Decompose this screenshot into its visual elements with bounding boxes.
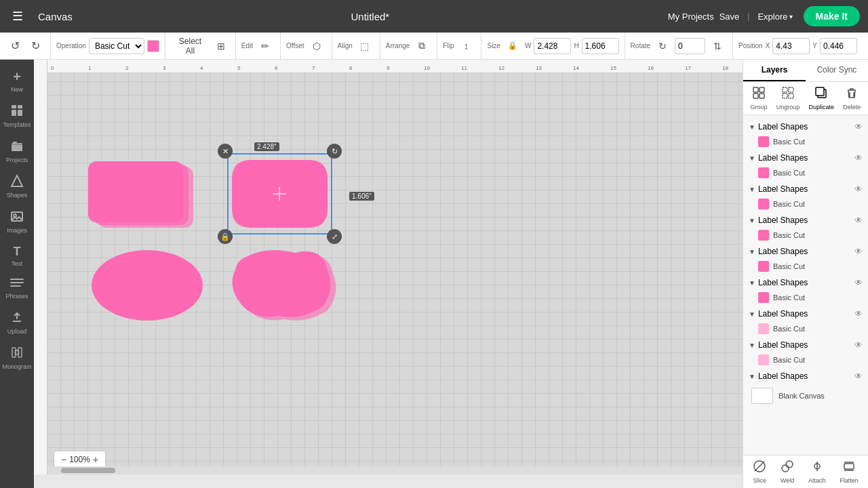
- layer-swatch-7: [758, 323, 769, 334]
- attach-button[interactable]: Attach: [808, 460, 826, 484]
- scale-handle[interactable]: ⤢: [327, 229, 342, 244]
- layer-item-6[interactable]: Basic Cut: [746, 290, 865, 305]
- rotate-input[interactable]: [675, 38, 705, 54]
- sidebar-item-label-images: Images: [7, 227, 27, 234]
- eye-icon-6[interactable]: 👁: [854, 278, 863, 287]
- my-projects-button[interactable]: My Projects: [668, 12, 714, 22]
- layer-header-8[interactable]: ▼ Label Shapes 👁: [746, 338, 865, 352]
- rotate-stepper-icon[interactable]: ⇅: [708, 37, 727, 56]
- rotate-handle[interactable]: ↻: [327, 144, 342, 159]
- sidebar-item-text[interactable]: T Text: [2, 241, 32, 271]
- edit-pencil-icon[interactable]: ✏: [256, 37, 275, 56]
- layer-header-5[interactable]: ▼ Label Shapes 👁: [746, 244, 865, 259]
- zoom-in-button[interactable]: +: [93, 454, 98, 465]
- layer-item-7[interactable]: Basic Cut: [746, 321, 865, 336]
- sidebar-item-templates[interactable]: Templates: [2, 100, 32, 132]
- sidebar-item-projects[interactable]: Projects: [2, 135, 32, 167]
- shape-stacked-rects[interactable]: [88, 161, 207, 241]
- sidebar-item-new[interactable]: + New: [2, 65, 32, 97]
- sidebar-item-label-projects: Projects: [6, 157, 28, 163]
- flatten-button[interactable]: Flatten: [840, 460, 859, 484]
- layer-group-1: ▼ Label Shapes 👁 Basic Cut: [746, 119, 865, 149]
- flatten-icon: [842, 460, 856, 476]
- close-handle[interactable]: ✕: [218, 144, 233, 159]
- canvas-content[interactable]: 2.428" 1.606": [47, 73, 743, 474]
- lock-handle[interactable]: 🔒: [218, 229, 233, 244]
- weld-button[interactable]: Weld: [781, 460, 794, 484]
- eye-icon-8[interactable]: 👁: [854, 340, 863, 350]
- eye-icon-1[interactable]: 👁: [854, 122, 863, 131]
- layer-item-3[interactable]: Basic Cut: [746, 197, 865, 211]
- width-input[interactable]: [534, 38, 571, 54]
- project-title: Untitled*: [83, 11, 657, 22]
- explore-button[interactable]: Explore ▾: [757, 12, 792, 22]
- layer-header-9[interactable]: ▼ Label Shapes 👁: [746, 369, 865, 384]
- layer-header-1[interactable]: ▼ Label Shapes 👁: [746, 119, 865, 134]
- sidebar-item-upload[interactable]: Upload: [2, 306, 32, 339]
- align-icon[interactable]: ⬚: [355, 37, 374, 56]
- svg-point-20: [92, 250, 203, 321]
- sidebar-item-shapes[interactable]: Shapes: [2, 170, 32, 203]
- layer-item-label-6: Basic Cut: [773, 293, 805, 302]
- layer-item-2[interactable]: Basic Cut: [746, 165, 865, 180]
- x-input[interactable]: [772, 38, 810, 54]
- operation-section: Operation Basic Cut: [56, 33, 165, 59]
- layer-header-3[interactable]: ▼ Label Shapes 👁: [746, 182, 865, 197]
- redo-button[interactable]: ↻: [26, 37, 45, 56]
- svg-rect-21: [753, 87, 758, 92]
- eye-icon-5[interactable]: 👁: [854, 247, 863, 256]
- horizontal-scrollbar[interactable]: [47, 466, 743, 474]
- select-all-button[interactable]: Select All: [171, 35, 210, 58]
- blank-canvas-item[interactable]: Blank Canvas: [746, 385, 865, 407]
- layer-header-2[interactable]: ▼ Label Shapes 👁: [746, 150, 865, 165]
- shape-large-oval[interactable]: [88, 246, 207, 326]
- layer-header-6[interactable]: ▼ Label Shapes 👁: [746, 275, 865, 290]
- offset-icon[interactable]: ⬡: [307, 37, 326, 56]
- layer-header-4[interactable]: ▼ Label Shapes 👁: [746, 213, 865, 228]
- sidebar-item-monogram[interactable]: Monogram: [2, 342, 32, 374]
- layer-item-5[interactable]: Basic Cut: [746, 259, 865, 274]
- shape-blob[interactable]: [227, 243, 339, 323]
- make-it-button[interactable]: Make It: [804, 6, 860, 26]
- operation-color-swatch[interactable]: [147, 40, 159, 52]
- undo-button[interactable]: ↺: [5, 37, 24, 56]
- operation-select[interactable]: Basic Cut: [89, 38, 144, 54]
- layer-item-4[interactable]: Basic Cut: [746, 228, 865, 243]
- eye-icon-4[interactable]: 👁: [854, 216, 863, 225]
- flip-icon[interactable]: ↕: [456, 37, 475, 56]
- tab-color-sync[interactable]: Color Sync: [806, 60, 868, 81]
- lock-icon[interactable]: 🔒: [503, 37, 522, 56]
- y-input[interactable]: [820, 38, 857, 54]
- rotate-icon[interactable]: ↻: [653, 37, 672, 56]
- layer-item-1[interactable]: Basic Cut: [746, 134, 865, 149]
- arrange-icon[interactable]: ⧉: [412, 37, 431, 56]
- layer-swatch-4: [758, 230, 769, 241]
- right-panel: Layers Color Sync Group Ungroup: [743, 60, 868, 488]
- layer-item-8[interactable]: Basic Cut: [746, 352, 865, 367]
- group-button[interactable]: Group: [751, 86, 768, 110]
- menu-icon[interactable]: ☰: [8, 7, 27, 26]
- layer-title-2: Label Shapes: [758, 153, 852, 163]
- edit-label: Edit: [241, 42, 253, 49]
- duplicate-button[interactable]: Duplicate: [809, 86, 835, 110]
- sidebar-item-images[interactable]: Images: [2, 205, 32, 238]
- save-button[interactable]: Save: [719, 12, 740, 22]
- svg-rect-35: [844, 464, 854, 469]
- height-input[interactable]: [582, 38, 619, 54]
- shape-selected-label[interactable]: ✕ ↻ 🔒 ⤢: [227, 153, 332, 235]
- zoom-out-button[interactable]: −: [61, 454, 66, 465]
- layer-header-7[interactable]: ▼ Label Shapes 👁: [746, 306, 865, 321]
- monogram-icon: [10, 346, 24, 362]
- operation-label: Operation: [56, 42, 86, 49]
- eye-icon-3[interactable]: 👁: [854, 184, 863, 194]
- w-label: W: [525, 42, 531, 49]
- eye-icon-9[interactable]: 👁: [854, 371, 863, 381]
- eye-icon-2[interactable]: 👁: [854, 153, 863, 163]
- delete-button[interactable]: Delete: [843, 86, 861, 110]
- ungroup-button[interactable]: Ungroup: [776, 86, 800, 110]
- slice-button[interactable]: Slice: [753, 460, 766, 484]
- tab-layers[interactable]: Layers: [743, 60, 806, 81]
- eye-icon-7[interactable]: 👁: [854, 309, 863, 319]
- sidebar-item-phrases[interactable]: Phrases: [2, 274, 32, 304]
- select-grid-icon[interactable]: ⊞: [212, 37, 230, 56]
